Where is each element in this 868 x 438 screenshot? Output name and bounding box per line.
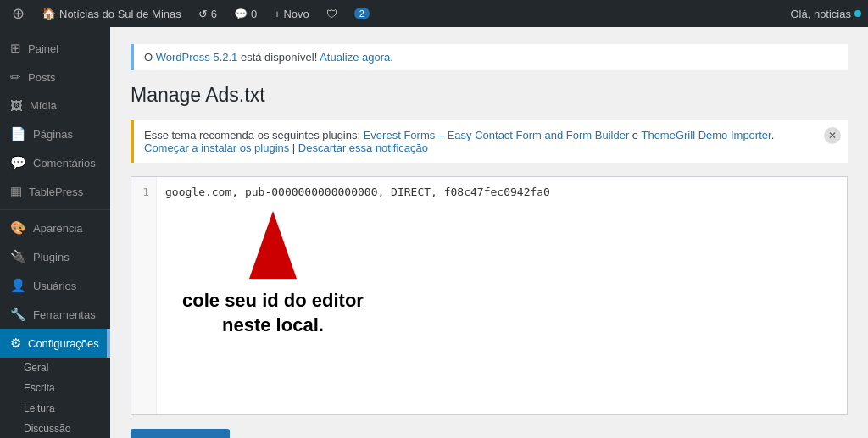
notice-text-after: . [390, 51, 393, 64]
painel-icon: ⊞ [10, 41, 21, 56]
page-wrapper: ⊞ Painel ✏ Posts 🖼 Mídia 📄 Páginas 💬 Com… [0, 27, 868, 438]
site-name-bar[interactable]: 🏠 Notícias do Sul de Minas [36, 0, 186, 27]
paginas-icon: 📄 [10, 126, 26, 141]
submenu-escrita[interactable]: Escrita [0, 378, 110, 398]
submenu-leitura[interactable]: Leitura [0, 398, 110, 419]
comment-bar[interactable]: 💬 0 [229, 0, 262, 27]
update-now-link[interactable]: Atualize agora [320, 51, 390, 64]
plugin-notice-line1: Esse tema recomenda os seguintes plugins… [144, 129, 837, 141]
dismiss-button[interactable]: ✕ [824, 127, 841, 144]
sidebar-item-tablepress[interactable]: ▦ TablePress [0, 177, 110, 206]
usuarios-icon: 👤 [10, 278, 26, 293]
sidebar-item-label-usuarios: Usuários [33, 280, 76, 292]
submenu-discussao[interactable]: Discussão [0, 419, 110, 438]
adminbar-right: Olá, noticias [790, 8, 861, 20]
configuracoes-icon: ⚙ [10, 335, 21, 351]
sidebar-item-label-posts: Posts [28, 71, 56, 84]
refresh-bar[interactable]: ↺ 6 [193, 0, 222, 27]
plugin-text-after: . [771, 129, 775, 141]
editor-content: 1 cole seu id do editor neste local. [131, 177, 847, 414]
editor-textarea[interactable] [157, 177, 847, 414]
ferramentas-icon: 🔧 [10, 307, 26, 322]
midia-icon: 🖼 [10, 98, 23, 113]
page-title: Manage Ads.txt [131, 84, 848, 107]
plugin1-link[interactable]: Everest Forms – Easy Contact Form and Fo… [364, 129, 630, 141]
line-number-1: 1 [142, 186, 149, 198]
plugin2-link[interactable]: ThemeGrill Demo Importer [641, 129, 771, 141]
wp-version-link[interactable]: WordPress 5.2.1 [156, 51, 238, 64]
admin-sidebar: ⊞ Painel ✏ Posts 🖼 Mídia 📄 Páginas 💬 Com… [0, 27, 110, 438]
plugins-icon: 🔌 [10, 249, 26, 264]
sidebar-item-label-configuracoes: Configurações [28, 337, 99, 350]
sidebar-item-ferramentas[interactable]: 🔧 Ferramentas [0, 300, 110, 329]
comentarios-icon: 💬 [10, 155, 26, 170]
new-label: + Novo [274, 8, 309, 20]
greeting-text: Olá, noticias [790, 8, 851, 20]
wp-logo[interactable]: ⊕ [7, 0, 30, 27]
shield-bar[interactable]: 🛡 [321, 0, 342, 27]
sidebar-item-label-plugins: Plugins [33, 251, 70, 263]
plugin-separator: | [289, 141, 298, 154]
sidebar-item-label-tablepress: TablePress [29, 186, 83, 198]
sidebar-item-label-comentarios: Comentários [33, 157, 96, 169]
sidebar-item-comentarios[interactable]: 💬 Comentários [0, 148, 110, 177]
notice-text-before: O [144, 51, 156, 64]
shield-icon: 🛡 [326, 8, 337, 20]
admin-bar: ⊕ 🏠 Notícias do Sul de Minas ↺ 6 💬 0 + N… [0, 0, 868, 27]
update-notice: O WordPress 5.2.1 está disponível! Atual… [131, 44, 848, 70]
plugin-text-before: Esse tema recomenda os seguintes plugins… [144, 129, 364, 141]
ads-txt-editor: 1 cole seu id do editor neste local. [131, 176, 848, 415]
sidebar-item-plugins[interactable]: 🔌 Plugins [0, 242, 110, 271]
sidebar-item-label-painel: Painel [28, 42, 58, 55]
menu-divider-1 [0, 209, 110, 210]
plugin-notice-line2: Começar a instalar os plugins | Descarta… [144, 141, 837, 154]
sidebar-item-aparencia[interactable]: 🎨 Aparência [0, 213, 110, 242]
sidebar-item-usuarios[interactable]: 👤 Usuários [0, 271, 110, 300]
notifications-badge: 2 [354, 8, 370, 19]
site-icon: 🏠 [42, 7, 56, 20]
sidebar-item-label-paginas: Páginas [33, 128, 73, 141]
sidebar-item-label-ferramentas: Ferramentas [33, 308, 96, 321]
sidebar-item-label-aparencia: Aparência [33, 222, 83, 235]
sidebar-item-posts[interactable]: ✏ Posts [0, 63, 110, 91]
new-bar[interactable]: + Novo [269, 0, 314, 27]
comment-count: 0 [251, 8, 257, 20]
install-plugins-link[interactable]: Começar a instalar os plugins [144, 141, 289, 154]
dismiss-link[interactable]: Descartar essa notificação [298, 141, 428, 154]
plugin-notice: ✕ Esse tema recomenda os seguintes plugi… [131, 120, 848, 163]
sidebar-item-midia[interactable]: 🖼 Mídia [0, 91, 110, 119]
badge-bar[interactable]: 2 [349, 0, 375, 27]
aparencia-icon: 🎨 [10, 220, 26, 236]
posts-icon: ✏ [10, 69, 21, 85]
sidebar-item-painel[interactable]: ⊞ Painel [0, 34, 110, 63]
tablepress-icon: ▦ [10, 184, 22, 199]
notice-text-middle: está disponível! [237, 51, 320, 64]
comments-icon: 6 [211, 8, 217, 20]
site-name-text: Notícias do Sul de Minas [59, 8, 181, 20]
refresh-icon: ↺ [198, 8, 208, 20]
save-changes-button[interactable]: Save Changes [131, 429, 230, 438]
submenu-geral[interactable]: Geral [0, 358, 110, 378]
online-indicator [854, 10, 861, 17]
sidebar-item-paginas[interactable]: 📄 Páginas [0, 119, 110, 148]
sidebar-item-label-midia: Mídia [30, 99, 57, 112]
comment-icon: 💬 [234, 8, 248, 20]
wp-icon: ⊕ [12, 4, 25, 23]
main-content: O WordPress 5.2.1 está disponível! Atual… [110, 27, 868, 438]
line-numbers: 1 [131, 177, 157, 414]
sidebar-item-configuracoes[interactable]: ⚙ Configurações [0, 329, 110, 358]
plugin-connector: e [629, 129, 641, 141]
